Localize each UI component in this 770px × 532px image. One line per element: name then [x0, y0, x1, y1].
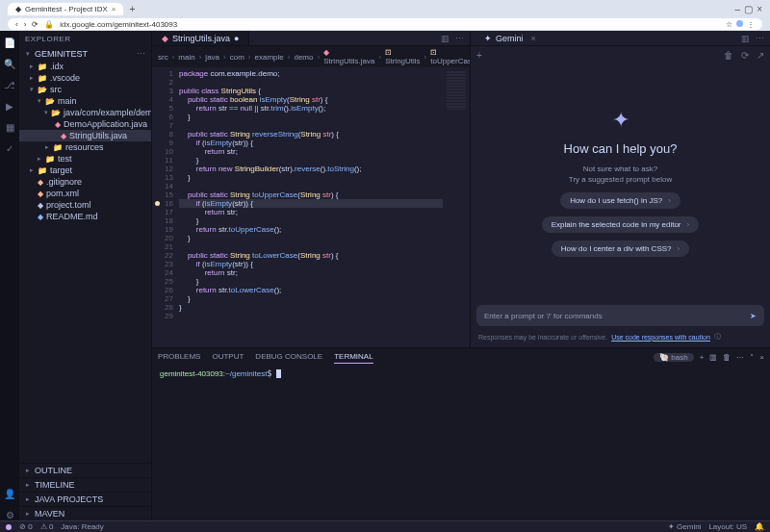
- tree-node[interactable]: ▾📂main: [19, 95, 151, 107]
- tree-node[interactable]: ▾📂src: [19, 84, 151, 95]
- window-maximize-icon[interactable]: ▢: [744, 4, 753, 14]
- maven-section[interactable]: ▸MAVEN: [19, 506, 151, 520]
- suggested-prompt[interactable]: How do I center a div with CSS?›: [552, 241, 689, 257]
- tree-node[interactable]: ▸📁.vscode: [19, 72, 151, 84]
- refresh-icon[interactable]: ⟳: [741, 50, 749, 61]
- sparkle-icon: ✦: [484, 34, 492, 43]
- outline-section[interactable]: ▸OUTLINE: [19, 463, 151, 477]
- breadcrumb-item[interactable]: demo: [294, 53, 313, 62]
- panel-tab[interactable]: PROBLEMS: [158, 350, 200, 364]
- tree-node[interactable]: ◆project.toml: [19, 199, 151, 211]
- source-control-icon[interactable]: ⎇: [4, 79, 15, 90]
- tree-node[interactable]: ▾📂java/com/example/demo: [19, 107, 151, 118]
- java-projects-section[interactable]: ▸JAVA PROJECTS: [19, 492, 151, 506]
- window-close-icon[interactable]: ×: [757, 4, 762, 14]
- breadcrumb[interactable]: src›main›java›com›example›demo›◆ StringU…: [152, 46, 470, 67]
- shell-pill[interactable]: 🐚 bash: [654, 353, 694, 362]
- info-icon[interactable]: ⓘ: [714, 332, 721, 342]
- split-editor-icon[interactable]: ▥: [441, 34, 449, 43]
- send-icon[interactable]: ➤: [750, 312, 757, 320]
- warnings-icon[interactable]: ⊘ 0: [19, 522, 33, 531]
- caution-link[interactable]: Use code responses with caution: [611, 334, 710, 341]
- file-icon: 📂: [38, 86, 47, 94]
- panel-tab[interactable]: OUTPUT: [212, 350, 244, 364]
- gemini-tab[interactable]: ✦ Gemini ×: [476, 34, 544, 43]
- kebab-icon[interactable]: ⋮: [747, 20, 755, 29]
- breadcrumb-item[interactable]: example: [255, 53, 284, 62]
- account-icon[interactable]: 👤: [4, 488, 15, 499]
- status-bar: ⊘ 0 ⚠ 0 Java: Ready ✦ Gemini Layout: US …: [0, 520, 770, 532]
- remote-indicator-icon[interactable]: [6, 524, 12, 530]
- timeline-section[interactable]: ▸TIMELINE: [19, 477, 151, 492]
- files-icon[interactable]: 📄: [4, 37, 15, 48]
- window-minimize-icon[interactable]: –: [735, 4, 741, 14]
- tab-title: Geminitest - Project IDX: [25, 5, 108, 13]
- profile-avatar[interactable]: [736, 20, 743, 27]
- breadcrumb-item[interactable]: ⊡ StringUtils: [385, 48, 420, 65]
- tree-node[interactable]: ◆StringUtils.java: [19, 130, 151, 141]
- split-icon[interactable]: ▥: [741, 34, 750, 43]
- tree-node[interactable]: ▸📁target: [19, 165, 151, 176]
- close-tab-icon[interactable]: ×: [112, 5, 116, 13]
- breadcrumb-item[interactable]: com: [230, 53, 244, 62]
- file-icon: 📁: [45, 155, 55, 164]
- tree-node[interactable]: ◆DemoApplication.java: [19, 118, 151, 130]
- lock-icon: 🔒: [44, 20, 54, 29]
- more-icon[interactable]: ⋯: [137, 49, 145, 59]
- star-icon[interactable]: ☆: [726, 20, 732, 29]
- layout-status[interactable]: Layout: US: [708, 522, 747, 531]
- code-content[interactable]: package com.example.demo; public class S…: [179, 67, 443, 347]
- new-tab-button[interactable]: +: [129, 4, 135, 14]
- nav-forward-icon[interactable]: ›: [24, 20, 27, 29]
- trash-icon[interactable]: 🗑: [723, 353, 731, 362]
- debug-icon[interactable]: ▶: [4, 100, 15, 112]
- new-chat-icon[interactable]: +: [476, 50, 482, 61]
- tree-node[interactable]: ▸📁.idx: [19, 61, 151, 72]
- test-icon[interactable]: ✓: [4, 142, 15, 154]
- suggested-prompt[interactable]: Explain the selected code in my editor›: [542, 216, 699, 233]
- bell-icon[interactable]: 🔔: [755, 522, 764, 531]
- tree-node[interactable]: ◆pom.xml: [19, 188, 151, 199]
- more-icon[interactable]: ⋯: [756, 34, 764, 43]
- breadcrumb-item[interactable]: main: [178, 53, 194, 62]
- file-icon: 📁: [38, 166, 47, 175]
- file-icon: ◆: [55, 120, 61, 129]
- java-status[interactable]: Java: Ready: [61, 522, 103, 531]
- gemini-status[interactable]: ✦ Gemini: [668, 522, 702, 531]
- close-panel-icon[interactable]: ×: [759, 353, 764, 362]
- gear-icon[interactable]: ⚙: [4, 509, 15, 520]
- panel-tab[interactable]: TERMINAL: [334, 350, 372, 364]
- split-terminal-icon[interactable]: ▥: [709, 353, 717, 362]
- more-icon[interactable]: ⋯: [736, 353, 744, 362]
- line-gutter: 1234567891011121314151617181920212223242…: [152, 67, 179, 347]
- tree-node[interactable]: ▸📁test: [19, 153, 151, 165]
- terminal[interactable]: geminitest-403093:~/geminitest$: [152, 366, 770, 520]
- panel-tab[interactable]: DEBUG CONSOLE: [255, 350, 322, 364]
- extensions-icon[interactable]: ▦: [4, 121, 15, 133]
- breadcrumb-item[interactable]: java: [205, 53, 219, 62]
- browser-tab[interactable]: ◆ Geminitest - Project IDX ×: [8, 3, 123, 15]
- code-editor[interactable]: 1234567891011121314151617181920212223242…: [152, 67, 470, 347]
- tree-node[interactable]: ◆README.md: [19, 211, 151, 222]
- search-icon[interactable]: 🔍: [4, 58, 15, 69]
- project-name[interactable]: ▾ GEMINITEST ⋯: [19, 47, 151, 61]
- gemini-input[interactable]: Enter a prompt or '/' for commands ➤: [476, 305, 764, 326]
- errors-icon[interactable]: ⚠ 0: [40, 522, 54, 531]
- tree-node[interactable]: ▸📁resources: [19, 141, 151, 153]
- browser-chrome: ◆ Geminitest - Project IDX × + – ▢ × ‹ ›…: [0, 0, 770, 31]
- more-icon[interactable]: ⋯: [455, 34, 464, 43]
- trash-icon[interactable]: 🗑: [724, 50, 733, 61]
- breadcrumb-item[interactable]: src: [158, 53, 168, 62]
- close-icon[interactable]: ×: [531, 34, 536, 43]
- editor-tab[interactable]: ◆ StringUtils.java ●: [152, 31, 249, 45]
- chevron-up-icon[interactable]: ˄: [750, 353, 754, 362]
- minimap[interactable]: [443, 67, 470, 347]
- nav-back-icon[interactable]: ‹: [15, 20, 18, 29]
- popout-icon[interactable]: ↗: [757, 50, 764, 61]
- new-terminal-icon[interactable]: +: [700, 353, 705, 362]
- suggested-prompt[interactable]: How do I use fetch() in JS?›: [560, 192, 680, 209]
- reload-icon[interactable]: ⟳: [32, 20, 38, 29]
- address-bar[interactable]: ‹ › ⟳ 🔒 idx.google.com/geminitext-403093…: [8, 18, 762, 30]
- breadcrumb-item[interactable]: ◆ StringUtils.java: [323, 48, 374, 65]
- tree-node[interactable]: ◆.gitignore: [19, 176, 151, 188]
